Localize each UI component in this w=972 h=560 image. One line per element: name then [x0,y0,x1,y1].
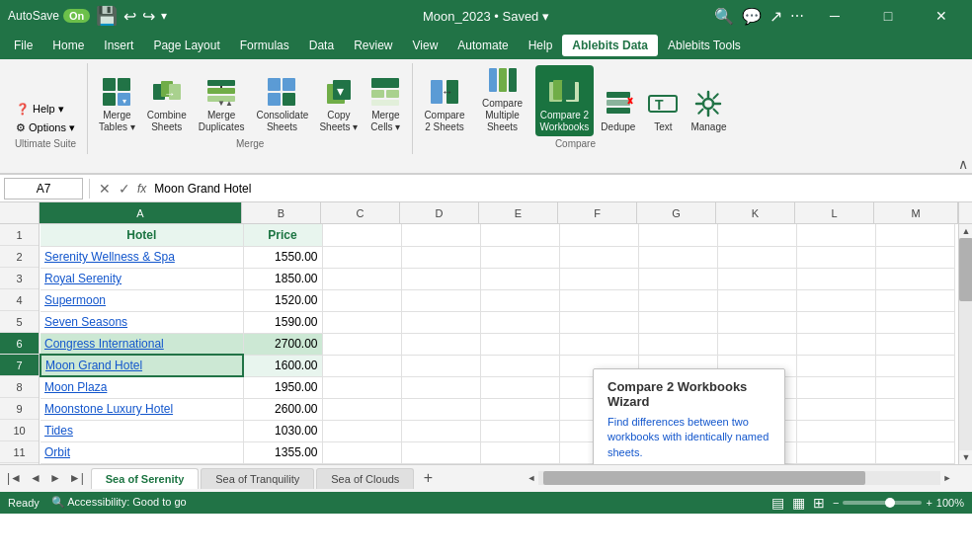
cell-c1[interactable] [322,224,401,246]
autosave-toggle[interactable]: AutoSave On [8,9,90,23]
cell-a3[interactable]: Royal Serenity [40,268,243,289]
menu-page-layout[interactable]: Page Layout [143,35,229,56]
col-header-l[interactable]: L [795,202,874,223]
cell-d10[interactable] [401,420,480,441]
consolidate-sheets-button[interactable]: ConsolidateSheets [251,65,312,136]
minimize-button[interactable]: ─ [812,0,857,32]
copy-sheets-button[interactable]: ▾ CopySheets ▾ [314,65,363,136]
more-icon[interactable]: ⋯ [790,8,804,24]
cell-b6[interactable]: 2700.00 [243,333,322,355]
col-header-a[interactable]: A [40,202,242,223]
cell-a10[interactable]: Tides [40,420,243,441]
merge-cells-button[interactable]: MergeCells ▾ [364,65,406,136]
scroll-down-button[interactable]: ▼ [959,450,972,464]
cell-l4[interactable] [796,289,875,311]
cell-f3[interactable] [559,268,638,289]
cell-l5[interactable] [796,311,875,333]
corner-cell[interactable] [0,202,40,223]
cell-l11[interactable] [796,441,875,463]
menu-data[interactable]: Data [299,35,344,56]
menu-home[interactable]: Home [42,35,94,56]
manage-button[interactable]: Manage [686,65,731,136]
options-button[interactable]: ⚙ Options ▾ [10,120,81,136]
search-icon[interactable]: 🔍 [714,7,734,26]
row-header-5[interactable]: 5 [0,311,39,333]
sheet-tab-sea-of-tranquility[interactable]: Sea of Tranquility [201,468,314,489]
cell-m6[interactable] [875,333,954,355]
cell-d7[interactable] [401,355,480,376]
cell-l1[interactable] [796,224,875,246]
zoom-in-button[interactable]: + [926,497,932,509]
cell-e7[interactable] [480,355,559,376]
cell-a8[interactable]: Moon Plaza [40,376,243,398]
cell-b9[interactable]: 2600.00 [243,398,322,420]
cell-b8[interactable]: 1950.00 [243,376,322,398]
cell-l10[interactable] [796,420,875,441]
cell-e5[interactable] [480,311,559,333]
cell-d1[interactable] [401,224,480,246]
cell-c8[interactable] [322,376,401,398]
normal-view-icon[interactable]: ▤ [771,495,784,511]
autosave-state[interactable]: On [63,9,90,23]
scroll-track[interactable] [959,238,972,450]
share-icon[interactable]: ↗ [770,7,782,26]
cell-c10[interactable] [322,420,401,441]
row-header-2[interactable]: 2 [0,246,39,268]
scroll-thumb[interactable] [959,238,972,301]
row-header-1[interactable]: 1 [0,224,39,246]
menu-view[interactable]: View [403,35,448,56]
text-button[interactable]: T Text [642,65,684,136]
col-header-b[interactable]: B [242,202,321,223]
cell-c5[interactable] [322,311,401,333]
cell-l6[interactable] [796,333,875,355]
sheet-nav-next[interactable]: ► [46,469,64,487]
menu-ablebits-data[interactable]: Ablebits Data [562,35,658,56]
cell-a11[interactable]: Orbit [40,441,243,463]
cell-m4[interactable] [875,289,954,311]
cell-k2[interactable] [717,246,796,268]
row-header-3[interactable]: 3 [0,268,39,289]
cell-m10[interactable] [875,420,954,441]
h-scroll-left[interactable]: ◄ [525,471,538,485]
cell-a2[interactable]: Serenity Wellness & Spa [40,246,243,268]
cancel-formula-button[interactable]: ✕ [96,181,114,197]
cell-m1[interactable] [875,224,954,246]
page-break-icon[interactable]: ⊞ [813,495,825,511]
cell-c7[interactable] [322,355,401,376]
cell-e10[interactable] [480,420,559,441]
cell-l2[interactable] [796,246,875,268]
sheet-nav-first[interactable]: |◄ [4,469,25,487]
scroll-up-button[interactable]: ▲ [959,224,972,238]
cell-a5[interactable]: Seven Seasons [40,311,243,333]
row-header-4[interactable]: 4 [0,289,39,311]
sheet-nav-last[interactable]: ►| [66,469,87,487]
cell-d6[interactable] [401,333,480,355]
cell-e6[interactable] [480,333,559,355]
menu-file[interactable]: File [4,35,42,56]
row-header-7[interactable]: 7 [0,355,39,376]
vertical-scrollbar[interactable]: ▲ ▼ [958,224,972,464]
row-header-8[interactable]: 8 [0,376,39,398]
compare-2-sheets-button[interactable]: ↔ Compare2 Sheets [419,65,469,136]
col-header-f[interactable]: F [558,202,637,223]
merge-tables-button[interactable]: ▾ MergeTables ▾ [94,65,140,136]
h-scroll-thumb[interactable] [543,471,865,485]
row-header-9[interactable]: 9 [0,398,39,420]
row-header-10[interactable]: 10 [0,420,39,441]
comment-icon[interactable]: 💬 [742,7,762,26]
zoom-out-button[interactable]: − [833,497,839,509]
col-header-d[interactable]: D [400,202,479,223]
col-header-k[interactable]: K [716,202,795,223]
cell-e1[interactable] [480,224,559,246]
cell-b1[interactable]: Price [243,224,322,246]
cell-e2[interactable] [480,246,559,268]
menu-help[interactable]: Help [519,35,563,56]
h-scroll-track[interactable] [538,471,940,485]
dedupe-button[interactable]: Dedupe [596,65,640,136]
cell-f1[interactable] [559,224,638,246]
sheet-tab-sea-of-serenity[interactable]: Sea of Serenity [91,468,199,489]
ribbon-collapse-button[interactable]: ∧ [958,156,968,172]
undo-icon[interactable]: ↩ [123,7,136,26]
cell-g2[interactable] [638,246,717,268]
cell-e8[interactable] [480,376,559,398]
